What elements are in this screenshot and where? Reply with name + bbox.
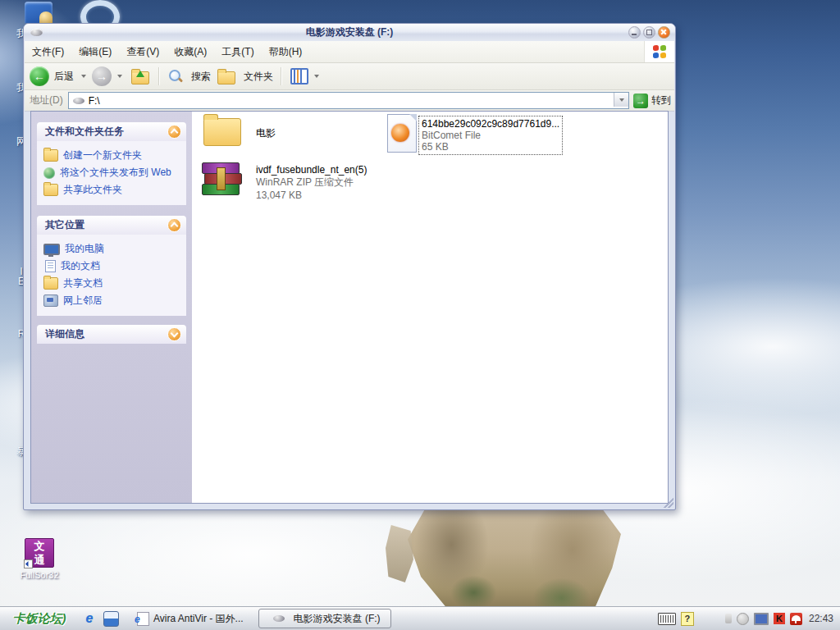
link-network-places[interactable]: 网上邻居 <box>43 292 183 309</box>
menu-favorites[interactable]: 收藏(A) <box>167 42 214 62</box>
title-bar[interactable]: 电影游戏安装盘 (F:) <box>24 24 675 41</box>
menu-file[interactable]: 文件(F) <box>25 42 71 62</box>
forward-dropdown-icon[interactable] <box>117 75 122 78</box>
network-places-icon <box>43 294 58 307</box>
fullsor32-glyph-top: 文 <box>25 539 53 553</box>
up-button[interactable] <box>131 71 149 84</box>
folders-icon[interactable] <box>217 71 235 84</box>
close-button[interactable] <box>658 26 670 39</box>
minimize-button[interactable] <box>628 26 641 39</box>
tray-icon-avira[interactable] <box>790 613 802 625</box>
my-documents-icon <box>45 260 56 272</box>
desktop: 我 我 网 I E R 暴 文 通 FullSor32 电影游戏安装盘 (F:)… <box>0 0 840 630</box>
toolbar-separator <box>158 67 159 85</box>
task-label: Avira AntiVir - 国外... <box>153 612 244 626</box>
link-label: 我的电脑 <box>65 242 104 256</box>
address-bar: 地址(D) F:\ → 转到 <box>25 90 674 112</box>
forward-arrow-icon: → <box>96 70 107 83</box>
tray-icon-k[interactable]: K <box>774 613 785 624</box>
views-icon[interactable] <box>290 68 308 84</box>
address-value: F:\ <box>89 95 100 107</box>
link-my-computer[interactable]: 我的电脑 <box>43 240 183 258</box>
panel-title: 详细信息 <box>45 327 167 341</box>
folders-button[interactable]: 文件夹 <box>244 70 273 84</box>
task-publish-to-web[interactable]: 将这个文件夹发布到 Web <box>43 164 183 181</box>
views-dropdown-icon[interactable] <box>314 75 319 78</box>
menu-view[interactable]: 查看(V) <box>119 42 167 62</box>
back-dropdown-icon[interactable] <box>81 75 86 78</box>
expand-icon[interactable] <box>167 327 181 341</box>
menu-help[interactable]: 帮助(H) <box>262 42 310 62</box>
quick-launch-icon[interactable] <box>103 611 119 627</box>
back-arrow-icon: ← <box>34 70 45 83</box>
back-button[interactable]: ← <box>30 66 49 86</box>
panel-other-places-header[interactable]: 其它位置 <box>37 216 186 235</box>
window-title: 电影游戏安装盘 (F:) <box>24 25 675 39</box>
file-size: 65 KB <box>422 141 559 153</box>
taskbar: 卡饭论坛) e Avira AntiVir - 国外... 电影游戏安装盘 (F… <box>0 606 840 630</box>
task-pane: 文件和文件夹任务 创建一个新文件夹 将这个文件夹发布到 Web <box>31 112 192 503</box>
link-my-documents[interactable]: 我的文档 <box>43 258 183 275</box>
web-publish-icon <box>43 167 55 179</box>
forward-button[interactable]: → <box>92 66 112 86</box>
file-list[interactable]: 电影 614bbe29c092c9c89d7761d9... BitComet … <box>192 112 668 503</box>
search-icon[interactable] <box>168 69 183 84</box>
desktop-icon-label: FullSor32 <box>13 570 66 580</box>
keyboard-ime-icon[interactable] <box>658 613 676 625</box>
drive-icon <box>273 615 285 622</box>
panel-details-header[interactable]: 详细信息 <box>37 325 186 344</box>
collapse-icon[interactable] <box>167 218 181 232</box>
internet-explorer-icon[interactable]: e <box>82 611 97 626</box>
file-tile-movies[interactable]: 电影 <box>256 126 276 140</box>
address-input[interactable]: F:\ <box>68 92 629 109</box>
link-label: 共享文档 <box>63 276 103 290</box>
task-label: 将这个文件夹发布到 Web <box>60 166 171 180</box>
go-button[interactable]: → 转到 <box>633 94 671 108</box>
ie-page-icon <box>137 612 149 626</box>
desktop-icon-cut-1[interactable] <box>25 2 52 23</box>
tray-icon-network[interactable] <box>754 613 769 625</box>
windows-flag-icon <box>653 45 666 58</box>
link-label: 网上邻居 <box>63 294 103 308</box>
up-arrow-icon <box>136 71 144 77</box>
taskbar-item-avira[interactable]: Avira AntiVir - 国外... <box>130 609 250 628</box>
address-dropdown-button[interactable] <box>614 93 628 107</box>
go-arrow-icon: → <box>633 94 648 108</box>
tray-icon-small[interactable] <box>725 614 732 623</box>
resize-grip[interactable] <box>664 498 673 508</box>
wallpaper-cliff <box>408 502 628 609</box>
taskbar-item-explorer-active[interactable]: 电影游戏安装盘 (F:) <box>258 609 391 628</box>
link-shared-documents[interactable]: 共享文档 <box>43 275 183 292</box>
winrar-file-icon[interactable] <box>202 162 240 197</box>
task-label: 共享此文件夹 <box>63 183 122 197</box>
panel-other-places: 其它位置 我的电脑 我的文档 <box>37 216 186 316</box>
task-label: 创建一个新文件夹 <box>63 148 142 162</box>
start-button[interactable]: 卡饭论坛) <box>0 607 79 630</box>
window-body: 文件和文件夹任务 创建一个新文件夹 将这个文件夹发布到 Web <box>30 111 669 504</box>
toolbar-separator <box>281 67 281 85</box>
folder-icon[interactable] <box>203 118 241 146</box>
file-tile-bitcomet[interactable]: 614bbe29c092c9c89d7761d9... BitComet Fil… <box>418 116 563 155</box>
ime-help-icon[interactable]: ? <box>681 612 694 626</box>
menu-tools[interactable]: 工具(T) <box>214 42 261 62</box>
search-button[interactable]: 搜索 <box>191 70 211 84</box>
link-label: 我的文档 <box>61 259 100 273</box>
panel-file-tasks-header[interactable]: 文件和文件夹任务 <box>37 122 186 141</box>
file-tile-winrar[interactable]: ivdf_fusebundle_nt_en(5) WinRAR ZIP 压缩文件… <box>256 164 367 201</box>
panel-title: 其它位置 <box>45 218 167 232</box>
back-label[interactable]: 后退 <box>54 70 74 84</box>
panel-details: 详细信息 <box>37 325 186 344</box>
fullsor32-icon: 文 通 <box>25 538 54 568</box>
explorer-window: 电影游戏安装盘 (F:) 文件(F) 编辑(E) 查看(V) 收藏(A) 工具(… <box>23 23 676 510</box>
tray-icon-gray[interactable] <box>737 613 749 625</box>
start-label: 卡饭论坛) <box>13 611 66 627</box>
task-share-folder[interactable]: 共享此文件夹 <box>43 181 183 199</box>
desktop-icon-fullsor32[interactable]: 文 通 FullSor32 <box>13 538 66 580</box>
bitcomet-file-icon[interactable] <box>387 114 417 153</box>
file-type: WinRAR ZIP 压缩文件 <box>256 176 367 189</box>
shortcut-arrow-icon <box>24 559 33 568</box>
task-create-new-folder[interactable]: 创建一个新文件夹 <box>43 147 183 164</box>
maximize-button[interactable] <box>643 26 655 39</box>
collapse-icon[interactable] <box>167 125 181 139</box>
menu-edit[interactable]: 编辑(E) <box>71 42 119 62</box>
